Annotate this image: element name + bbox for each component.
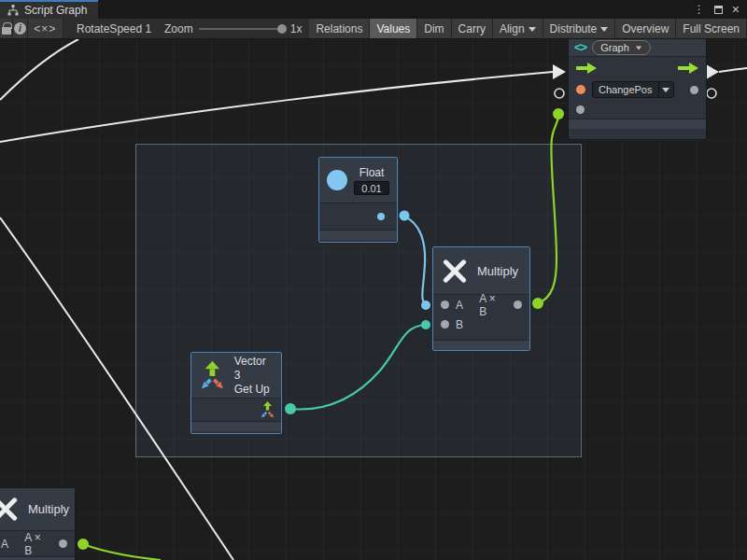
port-label: B [456,318,463,331]
input-port[interactable] [576,85,585,94]
dropdown-caret-button[interactable] [658,82,673,97]
port-row-a: A A × B [0,531,75,556]
carry-button[interactable]: Carry [452,19,493,38]
graph-breadcrumb[interactable]: RotateSpeed 1 [63,19,157,38]
flow-port-row [569,57,706,79]
flow-output-arrow[interactable] [706,64,719,79]
info-icon: i [14,22,26,35]
toolbar-buttons: Relations Values Dim Carry Align Distrib… [309,19,747,38]
flow-out-arrow-icon[interactable] [678,63,698,74]
zoom-control: Zoom 1x [157,19,309,38]
wire-end-dot[interactable] [421,320,430,329]
wire-blue-float-to-multiply[interactable] [404,217,426,305]
wire-end-dot[interactable] [285,403,296,414]
input-port-b[interactable] [441,320,449,329]
graph-canvas[interactable]: <> Graph ChangePos [0,39,747,560]
node-vector3-get-up[interactable]: Vector 3 Get Up [190,352,282,434]
output-port-row [319,203,397,230]
node-multiply-partial[interactable]: Multiply A A × B [0,487,76,560]
window-controls: ⋮ × [694,0,747,19]
port-label: A × B [479,292,500,318]
node-title: Multiply [477,264,518,278]
flow-in-arrow-icon[interactable] [576,63,597,74]
node-footer [0,556,75,560]
code-icon: <×> [34,22,56,35]
node-title: Multiply [28,502,69,516]
graph-toolbar: i <×> RotateSpeed 1 Zoom 1x Relations Va… [0,19,747,39]
tab-script-graph[interactable]: Script Graph [0,0,98,19]
script-graph-icon: <> [574,40,586,54]
node-subtitle: Get Up [234,383,270,396]
port-label: A × B [24,531,46,557]
node-header[interactable]: Multiply [0,488,75,531]
node-footer [191,421,281,431]
multiply-icon [441,257,469,285]
flow-input-arrow[interactable] [553,64,566,79]
wire-teal-vector3-to-multiply[interactable] [290,325,426,410]
wire-white-topleft[interactable] [0,39,78,100]
empty-port-right[interactable] [707,89,716,98]
relations-button[interactable]: Relations [309,19,370,38]
lock-icon [2,27,11,35]
port-label: A [456,299,463,312]
wire-end-dot[interactable] [400,211,410,221]
caret-down-icon [600,27,608,32]
caret-down-icon [529,27,536,32]
close-icon[interactable]: × [732,3,740,16]
output-port[interactable] [59,539,67,548]
port-row-a: A A × B [433,295,529,315]
node-header[interactable]: Multiply [433,247,529,295]
overview-button[interactable]: Overview [615,19,676,38]
wire-green-bottom[interactable] [83,544,161,560]
node-header[interactable]: Vector 3 Get Up [191,353,281,399]
port-label: A [1,538,8,551]
edit-code-button[interactable]: <×> [28,19,63,38]
node-float[interactable]: Float 0.01 [318,157,398,243]
node-title: Float [359,166,385,179]
output-port[interactable] [690,86,698,94]
multiply-icon [0,496,20,524]
changepos-dropdown[interactable]: ChangePos [592,81,674,98]
zoom-slider[interactable] [199,28,285,30]
node-changepos[interactable]: <> Graph ChangePos [568,39,707,140]
graph-dropdown[interactable]: Graph [592,40,651,55]
extra-port-row [569,100,706,119]
wire-end-dot[interactable] [78,539,89,550]
info-button[interactable]: i [13,19,27,38]
values-button[interactable]: Values [370,19,417,38]
distribute-button[interactable]: Distribute [543,19,616,38]
float-value-input[interactable]: 0.01 [354,181,389,195]
graph-tab-icon [7,5,19,16]
zoom-slider-handle[interactable] [277,24,287,34]
wire-end-dot[interactable] [421,301,430,310]
wire-white-right-exit[interactable] [719,68,747,72]
wire-white-to-changepos[interactable] [0,72,553,142]
vector3-output-port-icon[interactable] [260,401,275,418]
node-header[interactable]: <> Graph [569,39,706,57]
node-multiply[interactable]: Multiply A A × B B [432,246,530,351]
empty-port-left[interactable] [555,89,564,98]
zoom-value: 1x [290,22,303,35]
title-bar: Script Graph ⋮ × [0,0,747,19]
output-port[interactable] [377,213,385,220]
window-menu-icon[interactable]: ⋮ [694,4,705,15]
float-icon [327,170,347,190]
script-graph-window: Script Graph ⋮ × i <×> RotateSpeed 1 Zo [0,0,747,560]
maximize-icon[interactable] [714,6,723,14]
tab-title: Script Graph [24,4,87,17]
wire-end-dot[interactable] [553,108,564,119]
dim-button[interactable]: Dim [417,19,451,38]
output-port[interactable] [514,301,522,309]
input-port-a[interactable] [441,301,449,309]
node-header[interactable]: Float 0.01 [319,158,397,203]
caret-down-icon [636,46,641,49]
value-port-row: ChangePos [569,79,706,100]
lock-button[interactable] [0,19,13,38]
output-port-row [191,399,281,421]
wire-end-dot[interactable] [532,298,543,309]
caret-down-icon [662,88,669,92]
input-port[interactable] [576,105,585,114]
wire-green-multiply-to-changepos[interactable] [538,115,558,303]
fullscreen-button[interactable]: Full Screen [676,19,747,38]
align-button[interactable]: Align [493,19,543,38]
